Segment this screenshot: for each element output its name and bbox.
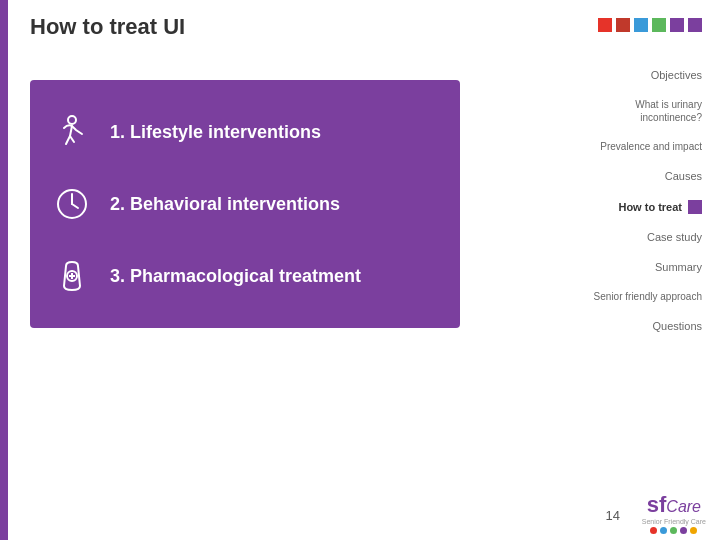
square-blue xyxy=(634,18,648,32)
logo-dot-blue xyxy=(660,527,667,534)
sidebar-item-how-to-treat[interactable]: How to treat xyxy=(587,192,702,222)
lifestyle-icon xyxy=(50,110,94,154)
logo-care: Care xyxy=(666,498,701,516)
logo-sf: sf xyxy=(647,492,667,518)
logo-dot-purple xyxy=(680,527,687,534)
behavioral-icon xyxy=(50,182,94,226)
sidebar-navigation: Objectives What is urinary incontinence?… xyxy=(587,60,702,342)
left-accent-bar xyxy=(0,0,8,540)
square-green xyxy=(652,18,666,32)
logo-color-dots xyxy=(650,527,697,534)
active-indicator-bar xyxy=(688,200,702,214)
page-title: How to treat UI xyxy=(30,14,185,40)
pharmacological-icon xyxy=(50,254,94,298)
logo-dot-orange xyxy=(690,527,697,534)
sidebar-item-questions[interactable]: Questions xyxy=(587,311,702,341)
bottom-bar: 14 xyxy=(0,490,720,540)
square-red xyxy=(598,18,612,32)
square-purple1 xyxy=(670,18,684,32)
card-item-3-text: 3. Pharmacological treatment xyxy=(110,266,361,287)
sidebar-item-summary[interactable]: Summary xyxy=(587,252,702,282)
main-content-card: 1. Lifestyle interventions 2. Behavioral… xyxy=(30,80,460,328)
logo-dot-green xyxy=(670,527,677,534)
card-item-3: 3. Pharmacological treatment xyxy=(50,254,430,298)
sidebar-item-senior-friendly[interactable]: Senior friendly approach xyxy=(587,282,702,311)
logo-subtitle: Senior Friendly Care xyxy=(642,518,706,525)
sidebar-item-case-study[interactable]: Case study xyxy=(587,222,702,252)
logo-dot-red xyxy=(650,527,657,534)
card-item-1-text: 1. Lifestyle interventions xyxy=(110,122,321,143)
page-number: 14 xyxy=(606,508,620,523)
card-item-2-text: 2. Behavioral interventions xyxy=(110,194,340,215)
svg-point-0 xyxy=(68,116,76,124)
logo-text: sfCare xyxy=(647,492,701,518)
square-purple2 xyxy=(688,18,702,32)
sidebar-item-causes[interactable]: Causes xyxy=(587,161,702,191)
sidebar-item-what-is[interactable]: What is urinary incontinence? xyxy=(587,90,702,132)
square-darkred xyxy=(616,18,630,32)
sidebar-item-prevalence[interactable]: Prevalence and impact xyxy=(587,132,702,161)
svg-line-3 xyxy=(72,204,78,208)
card-item-2: 2. Behavioral interventions xyxy=(50,182,430,226)
top-squares-decoration xyxy=(598,18,702,32)
sfcare-logo: sfCare Senior Friendly Care xyxy=(642,492,706,534)
card-item-1: 1. Lifestyle interventions xyxy=(50,110,430,154)
sidebar-item-objectives[interactable]: Objectives xyxy=(587,60,702,90)
